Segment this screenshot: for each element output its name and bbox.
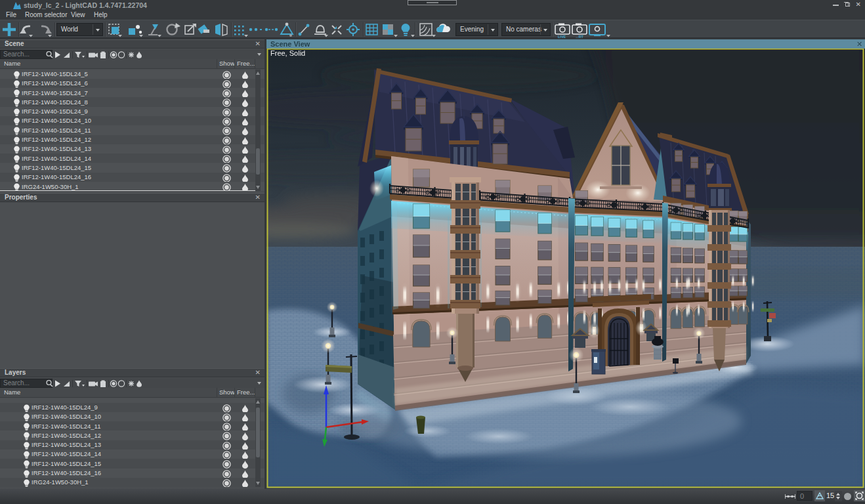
svg-text:Scene View: Scene View (270, 40, 310, 48)
svg-text:LIVE: LIVE (558, 35, 566, 39)
svg-text:→RT: →RT (575, 35, 583, 39)
svg-text:✕: ✕ (856, 40, 862, 48)
svg-text:Free, Solid: Free, Solid (270, 49, 305, 57)
